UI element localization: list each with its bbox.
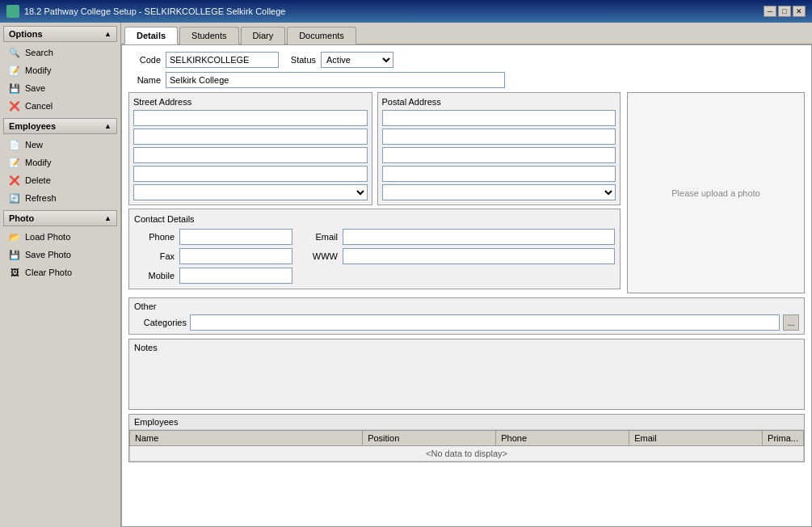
sidebar-item-clear-photo[interactable]: Clear Photo <box>3 264 117 281</box>
sidebar-modify-emp-label: Modify <box>25 158 51 167</box>
status-label: Status <box>284 55 316 65</box>
employees-label: Employees <box>9 121 56 131</box>
sidebar-item-delete[interactable]: Delete <box>3 171 117 189</box>
mobile-input[interactable] <box>179 268 292 284</box>
notes-title: Notes <box>134 343 799 352</box>
sidebar-item-new[interactable]: New <box>3 136 117 154</box>
name-label: Name <box>128 75 161 85</box>
modify-icon <box>8 64 21 77</box>
postal-addr-4[interactable] <box>382 166 616 182</box>
contact-details-box: Contact Details Phone Email Fax WWW Mobi… <box>128 209 621 289</box>
window-controls: ─ □ ✕ <box>764 6 806 17</box>
sidebar-item-save[interactable]: Save <box>3 79 117 97</box>
other-box: Other Categories ... <box>128 297 805 335</box>
postal-addr-2[interactable] <box>382 129 616 145</box>
photo-label: Photo <box>9 213 34 223</box>
postal-address-title: Postal Address <box>382 97 616 107</box>
tab-details[interactable]: Details <box>124 27 178 44</box>
street-addr-1[interactable] <box>133 110 368 126</box>
status-select[interactable]: Active Inactive <box>321 52 393 68</box>
col-email: Email <box>629 431 763 446</box>
categories-label: Categories <box>134 318 187 327</box>
postal-addr-3[interactable] <box>382 147 616 163</box>
app-icon <box>6 5 19 18</box>
save-icon <box>8 82 21 95</box>
main-content: Details Students Diary Documents Code St… <box>121 23 812 527</box>
sidebar-delete-label: Delete <box>25 175 51 185</box>
close-button[interactable]: ✕ <box>793 6 806 17</box>
fax-label: Fax <box>134 251 175 261</box>
sidebar-item-save-photo[interactable]: Save Photo <box>3 246 117 264</box>
street-address-title: Street Address <box>133 97 368 107</box>
categories-dots-button[interactable]: ... <box>783 314 799 331</box>
notes-textarea[interactable] <box>134 356 799 404</box>
sidebar-item-search[interactable]: Search <box>3 44 117 61</box>
employees-section-header[interactable]: Employees ▲ <box>3 118 117 134</box>
sidebar: Options ▲ Search Modify Save Cancel Empl… <box>0 23 121 527</box>
col-position: Position <box>363 431 496 446</box>
search-icon <box>8 46 21 59</box>
sidebar-search-label: Search <box>25 48 53 57</box>
title-bar-left: 18.2 Pathway College Setup - SELKIRKCOLL… <box>6 5 285 18</box>
delete-icon <box>8 174 21 187</box>
photo-placeholder: Please upload a photo <box>671 188 759 198</box>
mobile-label: Mobile <box>134 271 175 280</box>
load-photo-icon <box>8 230 21 243</box>
fax-input[interactable] <box>179 248 292 264</box>
col-primary: Prima... <box>763 431 804 446</box>
sidebar-load-photo-label: Load Photo <box>25 232 70 242</box>
contact-title: Contact Details <box>134 214 615 224</box>
sidebar-clear-photo-label: Clear Photo <box>25 268 72 277</box>
code-status-row: Code Status Active Inactive <box>128 52 805 68</box>
tab-bar: Details Students Diary Documents <box>121 23 812 44</box>
title-bar: 18.2 Pathway College Setup - SELKIRKCOLL… <box>0 0 812 23</box>
sidebar-modify-label: Modify <box>25 65 51 75</box>
www-label: WWW <box>297 251 338 261</box>
col-name: Name <box>130 431 363 446</box>
sidebar-item-modify-options[interactable]: Modify <box>3 61 117 79</box>
phone-input[interactable] <box>179 229 292 245</box>
name-input[interactable] <box>166 72 505 88</box>
sidebar-item-modify-emp[interactable]: Modify <box>3 154 117 171</box>
sidebar-item-load-photo[interactable]: Load Photo <box>3 228 117 246</box>
sidebar-new-label: New <box>25 140 43 150</box>
window-title: 18.2 Pathway College Setup - SELKIRKCOLL… <box>24 6 285 16</box>
sidebar-item-cancel[interactable]: Cancel <box>3 97 117 115</box>
other-title: Other <box>134 301 799 311</box>
code-input[interactable] <box>166 52 279 68</box>
code-label: Code <box>128 55 161 65</box>
tab-documents[interactable]: Documents <box>287 27 356 44</box>
name-row: Name <box>128 72 805 88</box>
tab-diary[interactable]: Diary <box>241 27 286 44</box>
employees-table: Name Position Phone Email Prima... <No d… <box>129 430 804 462</box>
sidebar-save-label: Save <box>25 83 45 93</box>
street-addr-3[interactable] <box>133 147 368 163</box>
www-input[interactable] <box>343 248 615 264</box>
categories-input[interactable] <box>190 314 780 331</box>
street-addr-country[interactable] <box>133 184 368 200</box>
postal-addr-country[interactable] <box>382 184 616 200</box>
tab-students[interactable]: Students <box>179 27 238 44</box>
photo-box: Please upload a photo <box>627 92 805 293</box>
sidebar-cancel-label: Cancel <box>25 101 53 111</box>
email-label: Email <box>297 232 338 242</box>
restore-button[interactable]: □ <box>778 6 791 17</box>
no-data-label: <No data to display> <box>130 446 804 462</box>
email-input[interactable] <box>343 229 615 245</box>
employees-arrow: ▲ <box>104 122 111 130</box>
options-section-header[interactable]: Options ▲ <box>3 26 117 42</box>
minimize-button[interactable]: ─ <box>764 6 776 17</box>
sidebar-refresh-label: Refresh <box>25 193 57 203</box>
form-area: Code Status Active Inactive Name <box>121 44 812 527</box>
photo-section-header[interactable]: Photo ▲ <box>3 210 117 226</box>
refresh-icon <box>8 192 21 204</box>
save-photo-icon <box>8 248 21 261</box>
postal-addr-1[interactable] <box>382 110 616 126</box>
sidebar-save-photo-label: Save Photo <box>25 250 71 259</box>
options-label: Options <box>9 29 43 39</box>
options-arrow: ▲ <box>104 30 111 38</box>
street-addr-4[interactable] <box>133 166 368 182</box>
col-phone: Phone <box>496 431 629 446</box>
sidebar-item-refresh[interactable]: Refresh <box>3 189 117 207</box>
street-addr-2[interactable] <box>133 129 368 145</box>
